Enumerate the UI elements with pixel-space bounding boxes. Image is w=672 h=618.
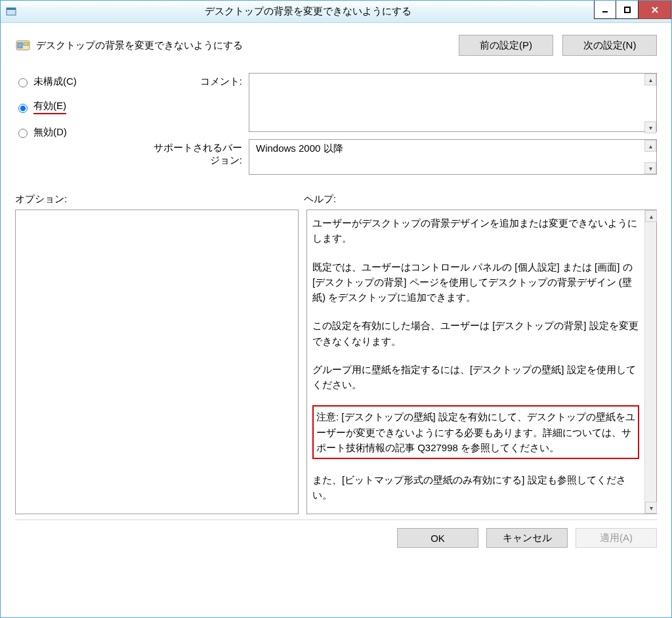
svg-rect-6 — [24, 43, 28, 45]
scroll-up-icon[interactable]: ▴ — [644, 74, 656, 85]
help-label: ヘルプ: — [304, 193, 336, 206]
options-panel — [15, 210, 299, 514]
supported-scroll: ▴ ▾ — [644, 140, 656, 174]
svg-rect-5 — [18, 43, 22, 48]
policy-title: デスクトップの背景を変更できないようにする — [36, 39, 459, 52]
section-labels: オプション: ヘルプ: — [15, 193, 657, 206]
panels: ユーザーがデスクトップの背景デザインを追加または変更できないようにします。 既定… — [15, 210, 657, 514]
help-paragraph: この設定を有効にした場合、ユーザーは [デスクトップの背景] 設定を変更できなく… — [312, 318, 639, 349]
help-paragraph: ユーザーがデスクトップの背景デザインを追加または変更できないようにします。 — [312, 215, 639, 246]
ok-button[interactable]: OK — [397, 528, 478, 548]
radio-not-configured-input[interactable] — [18, 78, 28, 87]
config-grid: 未構成(C) 有効(E) 無効(D) コメント: ▴ ▾ サポ — [15, 73, 657, 175]
scroll-down-icon[interactable]: ▾ — [644, 121, 656, 133]
supported-box: Windows 2000 以降 ▴ ▾ — [249, 139, 657, 175]
help-paragraph: また、[ビットマップ形式の壁紙のみ有効にする] 設定も参照してください。 — [312, 472, 639, 503]
titlebar: デスクトップの背景を変更できないようにする — [1, 1, 671, 23]
next-setting-button[interactable]: 次の設定(N) — [562, 35, 657, 56]
radio-enabled-input[interactable] — [18, 104, 28, 113]
scroll-down-icon[interactable]: ▾ — [644, 162, 656, 174]
options-label: オプション: — [15, 193, 304, 206]
minimize-button[interactable] — [594, 1, 616, 19]
window-icon — [6, 7, 16, 17]
state-radio-group: 未構成(C) 有効(E) 無効(D) — [15, 73, 146, 139]
group-policy-editor-window: デスクトップの背景を変更できないようにする デスクトップの背景を変更 — [0, 0, 672, 618]
radio-enabled[interactable]: 有効(E) — [15, 100, 146, 114]
maximize-button[interactable] — [616, 1, 639, 19]
help-paragraph: グループ用に壁紙を指定するには、[デスクトップの壁紙] 設定を使用してください。 — [312, 362, 639, 393]
comment-scroll: ▴ ▾ — [644, 74, 656, 133]
window-controls — [594, 1, 671, 22]
previous-setting-button[interactable]: 前の設定(P) — [459, 35, 553, 56]
radio-disabled-input[interactable] — [18, 129, 28, 138]
supported-label: サポートされるバージョン: — [152, 139, 243, 167]
svg-rect-1 — [7, 8, 16, 10]
help-scrollbar[interactable]: ▴ ▾ — [644, 210, 656, 514]
svg-rect-2 — [602, 11, 608, 12]
help-paragraph: 既定では、ユーザーはコントロール パネルの [個人設定] または [画面] の … — [312, 259, 639, 305]
comment-label: コメント: — [152, 73, 243, 88]
policy-header: デスクトップの背景を変更できないようにする 前の設定(P) 次の設定(N) — [15, 35, 657, 56]
close-button[interactable] — [639, 1, 671, 19]
radio-disabled[interactable]: 無効(D) — [15, 126, 146, 139]
scroll-up-icon[interactable]: ▴ — [645, 210, 657, 222]
cancel-button[interactable]: キャンセル — [486, 528, 568, 548]
radio-not-configured[interactable]: 未構成(C) — [15, 76, 146, 88]
content-area: デスクトップの背景を変更できないようにする 前の設定(P) 次の設定(N) 未構… — [1, 23, 671, 617]
help-panel: ユーザーがデスクトップの背景デザインを追加または変更できないようにします。 既定… — [306, 210, 657, 514]
policy-icon — [15, 37, 31, 53]
comment-textarea[interactable] — [249, 73, 657, 132]
comment-box: ▴ ▾ — [249, 73, 657, 134]
scroll-down-icon[interactable]: ▾ — [645, 502, 657, 514]
scroll-up-icon[interactable]: ▴ — [644, 140, 656, 152]
supported-text: Windows 2000 以降 — [249, 139, 657, 175]
help-paragraph-highlighted: 注意: [デスクトップの壁紙] 設定を有効にして、デスクトップの壁紙をユーザーが… — [312, 405, 639, 459]
dialog-footer: OK キャンセル 適用(A) — [15, 519, 657, 548]
window-title: デスクトップの背景を変更できないようにする — [22, 5, 594, 18]
apply-button[interactable]: 適用(A) — [576, 528, 657, 548]
svg-rect-3 — [625, 7, 630, 12]
help-text: ユーザーがデスクトップの背景デザインを追加または変更できないようにします。 既定… — [307, 210, 644, 514]
